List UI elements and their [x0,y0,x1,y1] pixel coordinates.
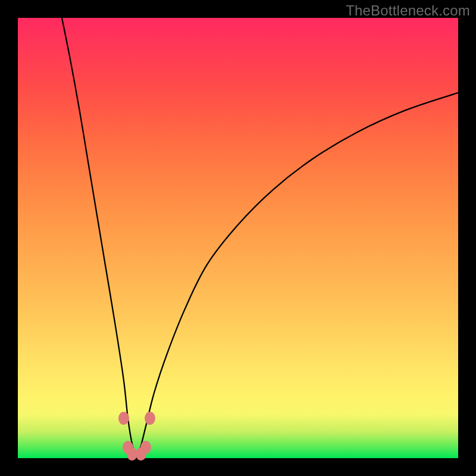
figure-container: TheBottleneck.com [0,0,476,476]
plot-area [18,18,458,458]
marker-dot [118,412,129,425]
marker-dot [145,412,155,425]
marker-dot [136,447,146,461]
bottleneck-curve [18,18,458,458]
watermark-text: TheBottleneck.com [346,2,470,19]
